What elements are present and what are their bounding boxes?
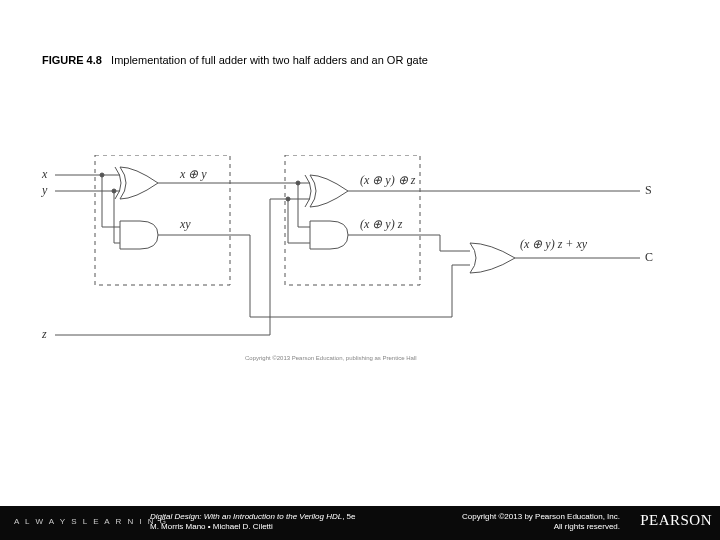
label-x: x (42, 167, 47, 182)
label-xor-xy: x ⊕ y (180, 167, 207, 182)
figure-caption: FIGURE 4.8 Implementation of full adder … (42, 54, 428, 66)
label-and2: (x ⊕ y) z (360, 217, 402, 232)
circuit-svg (40, 155, 660, 375)
label-xor2: (x ⊕ y) ⊕ z (360, 173, 415, 188)
figure-number: FIGURE 4.8 (42, 54, 102, 66)
label-carry-expr: (x ⊕ y) z + xy (520, 237, 587, 252)
svg-point-23 (286, 197, 290, 201)
always-learning-tagline: A L W A Y S L E A R N I N G (14, 517, 168, 526)
footer-book-info: Digital Design: With an Introduction to … (150, 512, 450, 532)
label-and-xy: xy (180, 217, 191, 232)
book-title: Digital Design: With an Introduction to … (150, 512, 342, 521)
copyright-line-2: All rights reserved. (554, 522, 620, 531)
circuit-diagram: x y z x ⊕ y xy (x ⊕ y) ⊕ z (x ⊕ y) z (x … (40, 155, 660, 375)
image-copyright: Copyright ©2013 Pearson Education, publi… (245, 355, 417, 361)
label-z: z (42, 327, 47, 342)
book-edition: , 5e (342, 512, 355, 521)
footer-bar: A L W A Y S L E A R N I N G Digital Desi… (0, 506, 720, 540)
and-gate-1 (120, 221, 158, 249)
xor-gate-1 (115, 167, 158, 199)
book-authors: M. Morris Mano • Michael D. Ciletti (150, 522, 273, 531)
figure-title: Implementation of full adder with two ha… (111, 54, 428, 66)
copyright-line-1: Copyright ©2013 by Pearson Education, In… (462, 512, 620, 521)
and-gate-2 (310, 221, 348, 249)
pearson-logo: PEARSON (640, 512, 712, 529)
or-gate (470, 243, 515, 273)
footer-copyright: Copyright ©2013 by Pearson Education, In… (462, 512, 620, 532)
label-c-output: C (645, 250, 653, 265)
label-y: y (42, 183, 47, 198)
label-s-output: S (645, 183, 652, 198)
xor-gate-2 (305, 175, 348, 207)
